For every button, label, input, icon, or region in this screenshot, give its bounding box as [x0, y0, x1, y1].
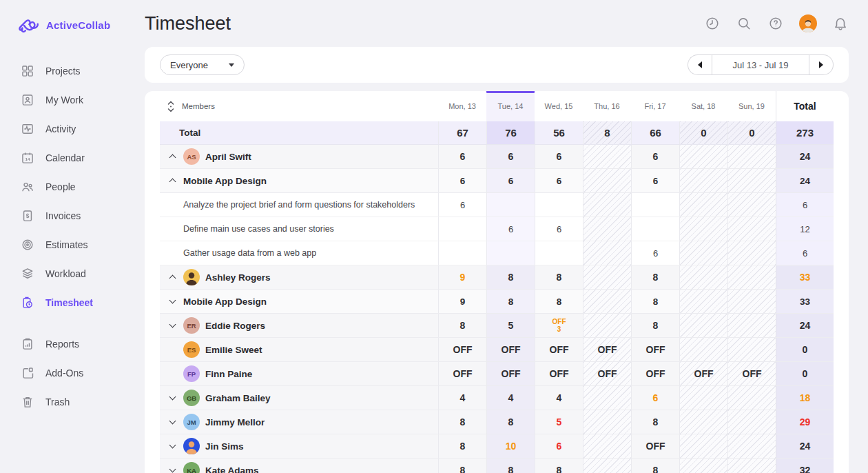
row-label-cell[interactable]: Gather usage data from a web app [160, 241, 438, 265]
hours-cell[interactable] [727, 193, 776, 217]
row-label-cell[interactable]: Ashley Rogers [160, 265, 438, 289]
collapse-chevron-icon[interactable] [167, 274, 178, 281]
hours-cell[interactable]: 8 [631, 410, 679, 434]
profile-avatar[interactable] [799, 14, 817, 32]
hours-cell[interactable]: 56 [535, 121, 583, 144]
hours-cell[interactable]: 6 [486, 217, 535, 241]
hours-cell[interactable] [583, 193, 631, 217]
hours-cell[interactable]: 8 [486, 459, 535, 473]
hours-cell[interactable]: 76 [486, 121, 535, 144]
hours-cell[interactable] [438, 241, 486, 265]
sidebar-item-activity[interactable]: Activity [0, 114, 145, 143]
hours-cell[interactable]: 6 [535, 217, 583, 241]
hours-cell[interactable]: 4 [486, 386, 535, 410]
row-label-cell[interactable]: FPFinn Paine [160, 362, 438, 385]
hours-cell[interactable]: OFF [535, 338, 583, 361]
hours-cell[interactable]: 6 [631, 241, 679, 265]
hours-cell[interactable] [535, 193, 583, 217]
hours-cell[interactable] [727, 434, 776, 458]
time-tracking-icon[interactable] [704, 15, 721, 32]
hours-cell[interactable] [679, 169, 727, 192]
hours-cell[interactable] [486, 241, 535, 265]
hours-cell[interactable]: 8 [438, 434, 486, 458]
hours-cell[interactable]: 67 [438, 121, 486, 144]
hours-cell[interactable]: 0 [727, 121, 776, 144]
hours-cell[interactable]: 8 [486, 290, 535, 313]
sidebar-item-add-ons[interactable]: Add-Ons [0, 359, 145, 388]
hours-cell[interactable]: 8 [583, 121, 631, 144]
sidebar-item-calendar[interactable]: 14 Calendar [0, 143, 145, 172]
hours-cell[interactable] [727, 410, 776, 434]
hours-cell[interactable]: 8 [631, 290, 679, 313]
expand-chevron-icon[interactable] [167, 300, 178, 303]
hours-cell[interactable]: OFF [583, 362, 631, 385]
hours-cell[interactable] [727, 145, 776, 168]
collapse-chevron-icon[interactable] [167, 153, 178, 160]
hours-cell[interactable]: 8 [631, 265, 679, 289]
app-logo[interactable]: ActiveCollab [0, 14, 145, 36]
hours-cell[interactable]: 5 [535, 410, 583, 434]
hours-cell[interactable]: 8 [438, 459, 486, 473]
hours-cell[interactable] [486, 193, 535, 217]
sidebar-item-timesheet[interactable]: Timesheet [0, 288, 145, 317]
hours-cell[interactable] [727, 314, 776, 337]
hours-cell[interactable]: OFF [631, 338, 679, 361]
hours-cell[interactable]: 10 [486, 434, 535, 458]
hours-cell[interactable] [631, 193, 679, 217]
hours-cell[interactable]: OFF [438, 338, 486, 361]
hours-cell[interactable]: 8 [631, 459, 679, 473]
hours-cell[interactable] [679, 145, 727, 168]
hours-cell[interactable]: 9 [438, 290, 486, 313]
hours-cell[interactable]: 6 [535, 145, 583, 168]
hours-cell[interactable] [679, 459, 727, 473]
hours-cell[interactable]: 8 [486, 410, 535, 434]
hours-cell[interactable] [631, 217, 679, 241]
row-label-cell[interactable]: ASApril Swift [160, 145, 438, 168]
hours-cell[interactable] [679, 193, 727, 217]
row-label-cell[interactable]: ESEmilie Sweet [160, 338, 438, 361]
day-column-header[interactable]: Thu, 16 [583, 91, 631, 121]
hours-cell[interactable]: 8 [535, 459, 583, 473]
hours-cell[interactable]: OFF [486, 338, 535, 361]
hours-cell[interactable] [535, 241, 583, 265]
hours-cell[interactable]: OFF [438, 362, 486, 385]
hours-cell[interactable] [583, 265, 631, 289]
row-label-cell[interactable]: KAKate Adams [160, 459, 438, 473]
help-icon[interactable] [767, 15, 784, 32]
hours-cell[interactable]: 6 [438, 145, 486, 168]
previous-week-button[interactable] [688, 54, 712, 75]
hours-cell[interactable] [679, 217, 727, 241]
hours-cell[interactable]: 8 [535, 290, 583, 313]
hours-cell[interactable]: 9 [438, 265, 486, 289]
row-label-cell[interactable]: Analyze the project brief and form quest… [160, 193, 438, 217]
hours-cell[interactable] [679, 338, 727, 361]
sidebar-item-workload[interactable]: Workload [0, 259, 145, 288]
expand-chevron-icon[interactable] [167, 396, 178, 399]
hours-cell[interactable] [583, 169, 631, 192]
sidebar-item-reports[interactable]: Reports [0, 330, 145, 359]
expand-chevron-icon[interactable] [167, 445, 178, 447]
hours-cell[interactable]: 6 [631, 145, 679, 168]
hours-cell[interactable] [679, 314, 727, 337]
hours-cell[interactable]: OFF [727, 362, 776, 385]
hours-cell[interactable]: 6 [535, 434, 583, 458]
row-label-cell[interactable]: Mobile App Design [160, 169, 438, 192]
hours-cell[interactable] [583, 314, 631, 337]
hours-cell[interactable]: OFF [631, 362, 679, 385]
hours-cell[interactable] [679, 434, 727, 458]
day-column-header[interactable]: Wed, 15 [535, 91, 583, 121]
hours-cell[interactable] [727, 217, 776, 241]
hours-cell[interactable]: 6 [486, 145, 535, 168]
hours-cell[interactable] [727, 338, 776, 361]
sidebar-item-invoices[interactable]: $ Invoices [0, 201, 145, 230]
hours-cell[interactable]: 6 [631, 386, 679, 410]
hours-cell[interactable]: 8 [631, 314, 679, 337]
hours-cell[interactable]: 8 [486, 265, 535, 289]
hours-cell[interactable] [583, 290, 631, 313]
hours-cell[interactable] [727, 241, 776, 265]
sidebar-item-trash[interactable]: Trash [0, 388, 145, 416]
notifications-bell-icon[interactable] [832, 15, 849, 32]
hours-cell[interactable] [583, 217, 631, 241]
row-label-cell[interactable]: Jin Sims [160, 434, 438, 458]
hours-cell[interactable]: 66 [631, 121, 679, 144]
